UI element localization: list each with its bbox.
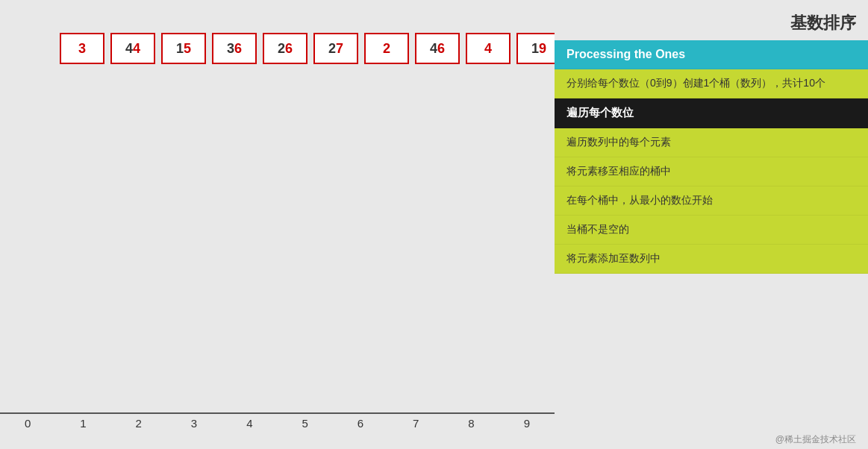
bucket-item: 8 (443, 412, 499, 430)
number-box: 44 (110, 33, 155, 64)
ones-digit: 6 (437, 41, 445, 57)
ones-digit: 6 (234, 41, 242, 57)
number-box: 26 (263, 33, 307, 64)
bucket-item: 5 (277, 412, 332, 430)
bucket-line (388, 412, 443, 414)
panel-title: 基数排序 (555, 0, 868, 40)
ones-digit: 2 (383, 41, 390, 57)
step-item: 将元素移至相应的桶中 (555, 157, 868, 186)
number-box: 4 (466, 33, 511, 64)
bucket-item: 1 (55, 412, 110, 430)
step-item: 在每个桶中，从最小的数位开始 (555, 186, 868, 216)
bucket-item: 9 (499, 412, 555, 430)
ones-digit: 3 (78, 41, 86, 57)
tens-digit: 2 (278, 41, 285, 57)
ones-digit: 6 (285, 41, 293, 57)
ones-digit: 5 (184, 41, 191, 57)
number-box: 46 (415, 33, 460, 64)
number-box: 27 (313, 33, 358, 64)
bucket-item: 6 (333, 412, 388, 430)
number-box: 2 (364, 33, 409, 64)
bucket-item: 4 (222, 412, 277, 430)
bucket-label: 6 (357, 417, 363, 430)
tens-digit: 1 (176, 41, 184, 57)
bucket-line (443, 412, 499, 414)
bucket-label: 1 (80, 417, 86, 430)
bucket-line (277, 412, 332, 414)
bucket-item: 0 (0, 412, 55, 430)
tens-digit: 1 (531, 41, 539, 57)
bucket-line (333, 412, 388, 414)
bucket-label: 8 (468, 417, 474, 430)
bucket-line (0, 412, 55, 414)
step-item: 遍历数列中的每个元素 (555, 128, 868, 157)
tens-digit: 4 (125, 41, 133, 57)
step-item: 分别给每个数位（0到9）创建1个桶（数列），共计10个 (555, 69, 868, 98)
bucket-item: 7 (388, 412, 443, 430)
bucket-label: 9 (524, 417, 530, 430)
bucket-label: 4 (246, 417, 252, 430)
bucket-line (499, 412, 555, 414)
bucket-label: 7 (413, 417, 419, 430)
steps-list: Processing the Ones分别给每个数位（0到9）创建1个桶（数列）… (555, 40, 868, 449)
number-box: 3 (60, 33, 104, 64)
bucket-label: 2 (136, 417, 142, 430)
step-item: 当桶不是空的 (555, 216, 868, 245)
ones-digit: 9 (539, 41, 546, 57)
right-panel: 基数排序 Processing the Ones分别给每个数位（0到9）创建1个… (555, 0, 868, 449)
step-item: 将元素添加至数列中 (555, 245, 868, 274)
watermark: @稀土掘金技术社区 (775, 433, 856, 446)
number-box: 15 (161, 33, 206, 64)
bucket-line (111, 412, 166, 414)
ones-digit: 4 (484, 41, 492, 57)
ones-digit: 4 (133, 41, 140, 57)
bucket-line (222, 412, 277, 414)
bucket-item: 2 (111, 412, 166, 430)
bucket-item: 3 (166, 412, 222, 430)
bucket-label: 5 (302, 417, 307, 430)
bucket-line (55, 412, 110, 414)
bucket-label: 3 (191, 417, 197, 430)
bucket-label: 0 (25, 417, 31, 430)
ones-digit: 7 (336, 41, 343, 57)
bucket-line (166, 412, 222, 414)
tens-digit: 3 (227, 41, 234, 57)
step-item: 遍历每个数位 (555, 98, 868, 128)
number-box: 36 (212, 33, 257, 64)
tens-digit: 4 (430, 41, 437, 57)
bucket-axis: 0123456789 (0, 412, 555, 430)
step-item: Processing the Ones (555, 40, 868, 69)
tens-digit: 2 (328, 41, 336, 57)
